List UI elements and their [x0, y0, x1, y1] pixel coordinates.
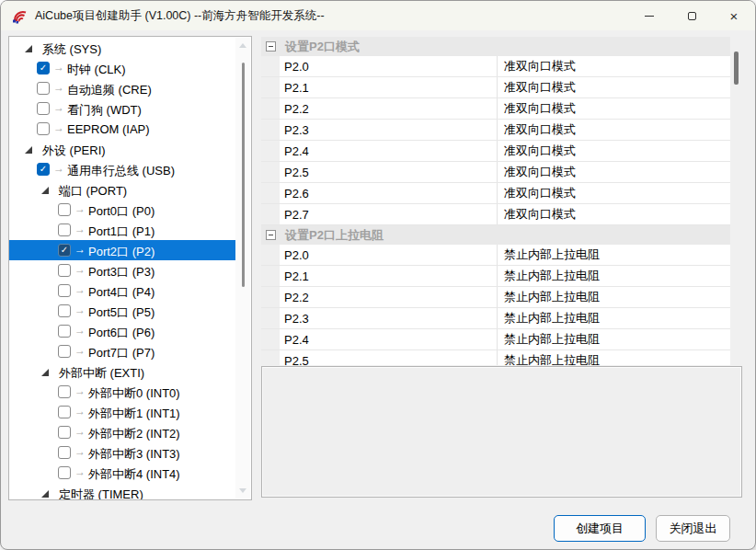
- tree-item-cre[interactable]: →自动追频 (CRE): [9, 78, 235, 98]
- property-value[interactable]: 准双向口模式: [498, 183, 730, 203]
- tree-scrollbar[interactable]: [235, 38, 250, 498]
- property-value[interactable]: 禁止内部上拉电阻: [498, 329, 730, 349]
- maximize-button[interactable]: [670, 1, 713, 30]
- expand-triangle-icon[interactable]: [25, 45, 32, 52]
- checkbox[interactable]: [58, 223, 71, 236]
- property-value[interactable]: 禁止内部上拉电阻: [498, 350, 730, 365]
- tree-item-iap[interactable]: →EEPROM (IAP): [9, 119, 235, 139]
- checkbox[interactable]: [37, 82, 50, 95]
- tree-item-timer[interactable]: 定时器 (TIMER): [9, 483, 235, 499]
- expand-triangle-icon[interactable]: [41, 369, 49, 376]
- link-arrow-icon: →: [74, 202, 86, 215]
- tree-item-exti[interactable]: 外部中断 (EXTI): [9, 361, 235, 382]
- checkbox[interactable]: [58, 203, 71, 216]
- expand-triangle-icon[interactable]: [41, 187, 49, 194]
- property-value[interactable]: 准双向口模式: [498, 141, 730, 161]
- expand-triangle-icon[interactable]: [41, 490, 49, 498]
- tree-group-label: 系统 (SYS): [42, 41, 101, 58]
- tree-item-clk[interactable]: ✓→时钟 (CLK): [9, 58, 235, 78]
- tree-scrollbar-thumb[interactable]: [242, 63, 245, 287]
- checkbox[interactable]: [58, 345, 71, 358]
- scroll-down-icon[interactable]: [239, 488, 246, 493]
- tree-item-port5[interactable]: →Port5口 (P5): [9, 301, 235, 321]
- property-row: P2.1禁止内部上拉电阻: [261, 266, 730, 287]
- tree-item-usb[interactable]: ✓→通用串行总线 (USB): [9, 159, 235, 179]
- property-value[interactable]: 准双向口模式: [498, 120, 730, 140]
- tree-item-int0[interactable]: →外部中断0 (INT0): [9, 382, 235, 402]
- window-controls: ×: [628, 1, 755, 30]
- checkbox[interactable]: [58, 325, 71, 338]
- property-name: P2.2: [280, 287, 498, 307]
- property-name: P2.5: [280, 350, 498, 365]
- tree-item-port0[interactable]: →Port0口 (P0): [9, 200, 235, 220]
- checkbox[interactable]: [58, 446, 71, 459]
- link-arrow-icon: →: [74, 243, 86, 256]
- tree-item-int1[interactable]: →外部中断1 (INT1): [9, 402, 235, 422]
- checkbox[interactable]: [58, 466, 71, 479]
- property-name: P2.1: [280, 77, 498, 97]
- tree-item-label: Port3口 (P3): [88, 264, 155, 281]
- checkbox[interactable]: [58, 304, 71, 317]
- property-value[interactable]: 准双向口模式: [498, 56, 730, 76]
- minimize-button[interactable]: [628, 1, 670, 30]
- row-gutter: [261, 329, 280, 349]
- create-project-button[interactable]: 创建项目: [554, 515, 646, 542]
- section-header[interactable]: 设置P2口上拉电阻: [261, 225, 730, 245]
- checkbox[interactable]: [37, 122, 50, 135]
- link-arrow-icon: →: [53, 101, 64, 114]
- tree-item-sys[interactable]: 系统 (SYS): [9, 38, 235, 58]
- tree-item-port4[interactable]: →Port4口 (P4): [9, 281, 235, 301]
- property-name: P2.5: [280, 162, 498, 182]
- checkbox[interactable]: [37, 102, 50, 115]
- tree-item-port3[interactable]: →Port3口 (P3): [9, 260, 235, 281]
- tree-item-int2[interactable]: →外部中断2 (INT2): [9, 422, 235, 442]
- collapse-icon[interactable]: [266, 41, 276, 52]
- property-row: P2.1准双向口模式: [261, 77, 730, 98]
- close-button[interactable]: ×: [713, 1, 755, 30]
- property-value[interactable]: 准双向口模式: [498, 77, 730, 97]
- property-value[interactable]: 禁止内部上拉电阻: [498, 287, 730, 307]
- property-value[interactable]: 禁止内部上拉电阻: [498, 308, 730, 328]
- property-name: P2.4: [280, 141, 498, 161]
- checkbox[interactable]: [58, 385, 71, 398]
- checkbox[interactable]: [58, 284, 71, 297]
- tree-item-label: 外部中断3 (INT3): [88, 446, 180, 463]
- tree-item-label: Port6口 (P6): [88, 325, 155, 341]
- checkbox[interactable]: [58, 426, 71, 439]
- tree-item-int4[interactable]: →外部中断4 (INT4): [9, 463, 235, 483]
- expand-triangle-icon[interactable]: [25, 146, 32, 154]
- close-exit-button[interactable]: 关闭退出: [656, 515, 730, 542]
- checkbox[interactable]: [58, 264, 71, 277]
- tree-group-label: 外部中断 (EXTI): [59, 365, 144, 382]
- property-value[interactable]: 准双向口模式: [498, 204, 730, 224]
- tree-item-port1[interactable]: →Port1口 (P1): [9, 220, 235, 240]
- tree-item-port[interactable]: 端口 (PORT): [9, 179, 235, 200]
- tree-item-port7[interactable]: →Port7口 (P7): [9, 341, 235, 361]
- scroll-up-icon[interactable]: [239, 43, 246, 48]
- property-row: P2.5准双向口模式: [261, 162, 730, 183]
- tree-item-int3[interactable]: →外部中断3 (INT3): [9, 442, 235, 463]
- tree-item-wdt[interactable]: →看门狗 (WDT): [9, 98, 235, 119]
- checkbox[interactable]: [58, 406, 71, 418]
- property-value[interactable]: 禁止内部上拉电阻: [498, 245, 730, 265]
- property-value[interactable]: 禁止内部上拉电阻: [498, 266, 730, 286]
- checkbox[interactable]: ✓: [58, 244, 71, 257]
- link-arrow-icon: →: [74, 445, 86, 458]
- tree-item-port2[interactable]: ✓→Port2口 (P2): [9, 240, 235, 260]
- property-value[interactable]: 准双向口模式: [498, 98, 730, 119]
- tree-item-port6[interactable]: →Port6口 (P6): [9, 321, 235, 341]
- tree-item-peri[interactable]: 外设 (PERI): [9, 139, 235, 159]
- close-icon: ×: [730, 9, 739, 23]
- property-grid: 设置P2口模式P2.0准双向口模式P2.1准双向口模式P2.2准双向口模式P2.…: [261, 37, 742, 365]
- link-arrow-icon: →: [74, 223, 86, 235]
- tree-rows: 系统 (SYS)✓→时钟 (CLK)→自动追频 (CRE)→看门狗 (WDT)→…: [9, 38, 235, 499]
- property-row: P2.3准双向口模式: [261, 120, 730, 141]
- checkbox[interactable]: ✓: [37, 62, 50, 74]
- section-header[interactable]: 设置P2口模式: [261, 37, 730, 56]
- tree-item-label: 时钟 (CLK): [67, 62, 126, 78]
- collapse-icon[interactable]: [266, 230, 276, 240]
- grid-scrollbar-thumb[interactable]: [734, 52, 739, 85]
- property-value[interactable]: 准双向口模式: [498, 162, 730, 182]
- grid-scrollbar[interactable]: [730, 37, 742, 365]
- checkbox[interactable]: ✓: [37, 163, 50, 176]
